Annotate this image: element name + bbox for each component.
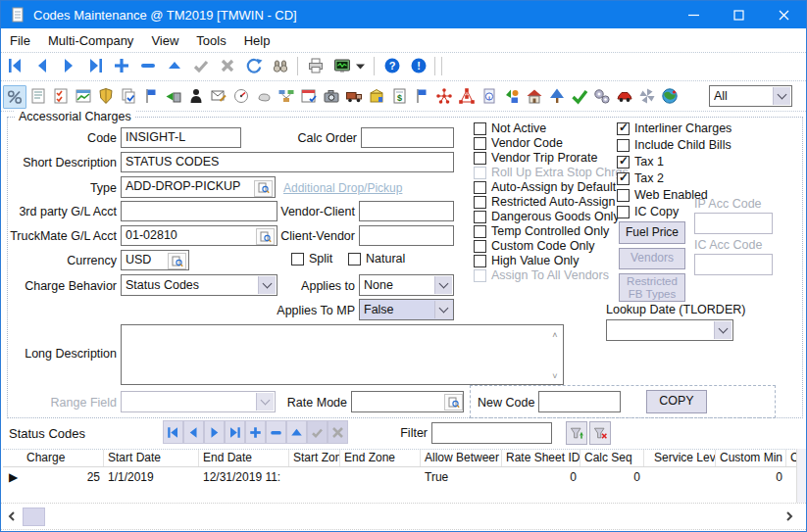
pinwheel-icon[interactable] [636, 85, 658, 107]
grid-header-calc-seq[interactable]: Calc Seq [580, 450, 644, 466]
grid-header-custom-min[interactable]: Custom Min [716, 450, 786, 466]
copy-audit-icon[interactable] [118, 85, 139, 107]
fb-network-icon[interactable] [433, 85, 455, 107]
scroll-left-icon[interactable] [5, 508, 19, 524]
post-edit-icon[interactable] [190, 55, 212, 76]
grid-last-record-icon[interactable] [225, 420, 245, 444]
chevron-down-icon[interactable] [773, 87, 790, 105]
mail-icon[interactable] [208, 85, 229, 107]
filter-field[interactable] [431, 422, 552, 444]
ic-copy-checkbox[interactable]: IC Copy [617, 205, 679, 218]
driver-icon[interactable] [185, 85, 207, 107]
grid-horizontal-scrollbar[interactable] [1, 503, 806, 530]
not-active-checkbox[interactable]: Not Active [474, 121, 546, 135]
grid-header-start-date[interactable]: Start Date [104, 450, 199, 466]
applies-to-select[interactable]: None [359, 274, 454, 296]
checklist-icon[interactable] [50, 85, 72, 107]
grid-delete-record-icon[interactable] [266, 420, 286, 444]
lookup-date-select[interactable] [606, 319, 733, 341]
grid-first-record-icon[interactable] [163, 420, 183, 444]
chevron-down-icon[interactable] [258, 276, 276, 294]
inbound-icon[interactable] [163, 85, 184, 107]
menu-file[interactable]: File [1, 33, 39, 48]
chevron-down-icon[interactable] [434, 301, 452, 318]
first-record-icon[interactable] [5, 55, 26, 76]
grid-insert-record-icon[interactable] [245, 420, 266, 444]
dispatch-icon[interactable] [276, 85, 297, 107]
cell-end-date[interactable]: 12/31/2019 11: [199, 469, 289, 485]
grid-header-rate-sheet-id[interactable]: Rate Sheet ID [502, 450, 580, 466]
invoice-icon[interactable]: $ [388, 85, 410, 107]
clear-filter-icon[interactable] [589, 421, 611, 445]
hook-icon[interactable] [253, 85, 275, 107]
document-info-icon[interactable]: i [479, 85, 500, 107]
gauge-icon[interactable] [230, 85, 252, 107]
chevron-down-icon[interactable] [434, 276, 452, 294]
cell-custom-min[interactable]: 0 [716, 469, 786, 485]
high-value-checkbox[interactable]: High Value Only [474, 254, 579, 267]
menu-tools[interactable]: Tools [187, 33, 234, 48]
terminal-icon[interactable] [524, 85, 545, 107]
long-description-field[interactable] [121, 324, 564, 385]
sort-shapes-icon[interactable] [501, 85, 523, 107]
cell-rate-sheet-id[interactable]: 0 [502, 469, 580, 485]
scroll-right-icon[interactable] [782, 508, 796, 524]
vendor-trip-prorate-checkbox[interactable]: Vendor Trip Prorate [474, 151, 597, 165]
grid-header-allow-between[interactable]: Allow Betweer [421, 450, 502, 466]
chevron-down-icon[interactable] [714, 321, 731, 339]
insert-record-icon[interactable] [111, 55, 132, 76]
rates-icon[interactable] [366, 85, 387, 107]
copy-button[interactable]: COPY [646, 390, 707, 413]
help-icon[interactable]: ? [381, 55, 403, 76]
cell-allow-between[interactable]: True [421, 469, 502, 485]
new-code-field[interactable] [538, 391, 621, 412]
camera-icon[interactable] [321, 85, 342, 107]
flag-icon[interactable] [140, 85, 162, 107]
equipment-icon[interactable] [343, 85, 365, 107]
natural-checkbox[interactable]: Natural [348, 252, 405, 266]
menu-view[interactable]: View [142, 33, 187, 48]
refresh-icon[interactable] [243, 55, 265, 76]
menu-help[interactable]: Help [235, 33, 279, 48]
memo-scroll-down-icon[interactable]: ˅ [550, 371, 560, 381]
calc-order-field[interactable] [361, 127, 454, 148]
temp-controlled-checkbox[interactable]: Temp Controlled Only [474, 224, 609, 238]
restricted-auto-assign-checkbox[interactable]: Restricted Auto-Assign [474, 195, 615, 209]
web-globe-icon[interactable] [659, 85, 681, 107]
cell-charge[interactable]: 25 [23, 469, 104, 485]
auto-assign-default-checkbox[interactable]: Auto-Assign by Default [474, 180, 616, 194]
currency-lookup-icon[interactable] [168, 253, 186, 269]
tree-icon[interactable] [546, 85, 568, 107]
menu-multi-company[interactable]: Multi-Company [39, 33, 142, 48]
cell-start-zone[interactable] [289, 469, 340, 485]
close-button[interactable] [761, 1, 806, 28]
car-icon[interactable] [614, 85, 635, 107]
notes-icon[interactable] [27, 85, 49, 107]
custom-code-checkbox[interactable]: Custom Code Only [474, 239, 595, 253]
type-lookup-icon[interactable] [254, 180, 273, 197]
currency-field[interactable]: USD [121, 250, 189, 270]
grid-edit-record-icon[interactable] [286, 420, 307, 444]
grid-header-start-zone[interactable]: Start Zone [289, 450, 340, 466]
cell-start-date[interactable]: 1/1/2019 [104, 469, 199, 485]
truckmate-gl-field[interactable]: 01-02810 [121, 225, 277, 246]
network2-icon[interactable] [456, 85, 478, 107]
next-record-icon[interactable] [58, 55, 79, 76]
edit-record-icon[interactable] [164, 55, 185, 76]
module-filter-select[interactable]: All [709, 85, 792, 107]
info-icon[interactable]: ! [408, 55, 429, 76]
applies-to-mp-select[interactable]: False [359, 299, 454, 320]
vendor-code-checkbox[interactable]: Vendor Code [474, 136, 563, 150]
scrollbar-thumb[interactable] [23, 508, 45, 526]
cancel-edit-icon[interactable] [217, 55, 238, 76]
split-checkbox[interactable]: Split [291, 252, 332, 266]
apply-filter-icon[interactable] [566, 421, 587, 445]
include-child-bills-checkbox[interactable]: Include Child Bills [617, 138, 731, 152]
gears-icon[interactable] [591, 85, 613, 107]
monitor-dropdown-icon[interactable] [354, 55, 366, 76]
delete-record-icon[interactable] [137, 55, 159, 76]
code-field[interactable]: INSIGHT-L [121, 127, 241, 148]
grid-header-end-zone[interactable]: End Zone [340, 450, 421, 466]
monitor-icon[interactable] [331, 55, 353, 76]
interliner-charges-checkbox[interactable]: Interliner Charges [617, 121, 731, 135]
